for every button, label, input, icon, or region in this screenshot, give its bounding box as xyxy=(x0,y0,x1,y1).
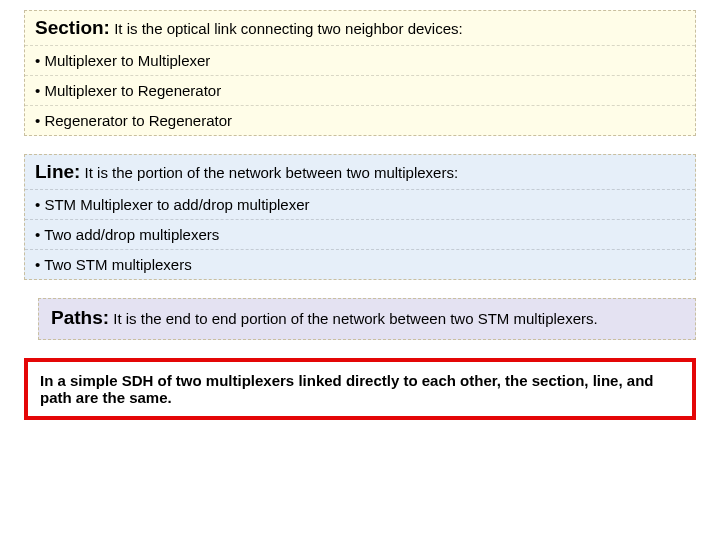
slide: Section: It is the optical link connecti… xyxy=(0,0,720,420)
line-heading-row: Line: It is the portion of the network b… xyxy=(25,155,695,190)
note-text: In a simple SDH of two multiplexers link… xyxy=(40,372,653,406)
paths-heading-row: Paths: It is the end to end portion of t… xyxy=(39,299,695,339)
section-bullet: Multiplexer to Regenerator xyxy=(25,76,695,106)
line-bullet: Two STM multiplexers xyxy=(25,250,695,279)
line-bullet: Two add/drop multiplexers xyxy=(25,220,695,250)
line-desc: It is the portion of the network between… xyxy=(85,164,459,181)
section-block: Section: It is the optical link connecti… xyxy=(24,10,696,136)
line-heading: Line: xyxy=(35,161,80,182)
paths-desc: It is the end to end portion of the netw… xyxy=(113,310,597,327)
line-block: Line: It is the portion of the network b… xyxy=(24,154,696,280)
section-bullet: Multiplexer to Multiplexer xyxy=(25,46,695,76)
paths-block: Paths: It is the end to end portion of t… xyxy=(38,298,696,340)
section-bullet: Regenerator to Regenerator xyxy=(25,106,695,135)
section-heading-row: Section: It is the optical link connecti… xyxy=(25,11,695,46)
paths-heading: Paths: xyxy=(51,307,109,328)
section-desc: It is the optical link connecting two ne… xyxy=(114,20,463,37)
section-heading: Section: xyxy=(35,17,110,38)
note-box: In a simple SDH of two multiplexers link… xyxy=(24,358,696,420)
line-bullet: STM Multiplexer to add/drop multiplexer xyxy=(25,190,695,220)
